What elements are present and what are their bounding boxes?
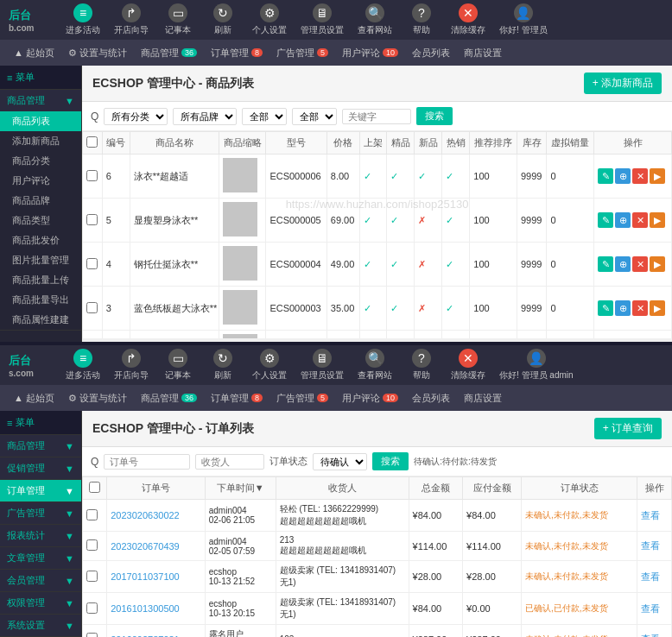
nav-settings-2[interactable]: ⚙ 设置与统计 [63, 389, 132, 407]
copy-button[interactable]: ⊕ [615, 168, 631, 184]
extra-button[interactable]: ▶ [650, 212, 665, 228]
toolbar-btn-personal[interactable]: ⚙ 个人设置 [252, 3, 287, 36]
order-row-checkbox[interactable] [86, 539, 98, 551]
toolbar-btn-help-2[interactable]: ? 帮助 [406, 349, 437, 382]
nav-members-2[interactable]: 会员列表 [407, 389, 455, 407]
row-checkbox[interactable] [86, 214, 98, 225]
toolbar-btn-personal-2[interactable]: ⚙ 个人设置 [252, 349, 287, 382]
receiver-input[interactable] [195, 454, 264, 470]
search-button-1[interactable]: 搜索 [416, 107, 453, 125]
nav-comments-1[interactable]: 用户评论 10 [337, 44, 403, 62]
toolbar-btn-refresh-2[interactable]: ↻ 刷新 [207, 349, 238, 382]
order-select-all[interactable] [89, 482, 100, 493]
delete-button[interactable]: ✕ [632, 256, 648, 272]
order-no-input[interactable] [104, 454, 190, 470]
sidebar-title-members-2[interactable]: 会员管理 ▼ [0, 570, 81, 591]
toolbar-btn-notebook-2[interactable]: ▭ 记事本 [162, 349, 193, 382]
edit-button[interactable]: ✎ [598, 212, 613, 228]
toolbar-btn-clear-cache[interactable]: ✕ 清除缓存 [451, 3, 485, 36]
sidebar-item-review[interactable]: 用户评论 [0, 171, 81, 191]
extra-button[interactable]: ▶ [650, 256, 665, 272]
nav-home-2[interactable]: ▲ 起始页 [9, 389, 60, 407]
order-search-button[interactable]: 搜索 [372, 452, 409, 470]
status-select-1[interactable]: 全部 [242, 108, 287, 125]
sidebar-title-permissions-2[interactable]: 权限管理 ▼ [0, 592, 81, 614]
view-order-button[interactable]: 查看 [641, 540, 660, 551]
sidebar-item-batch-upload[interactable]: 商品批量上传 [0, 270, 81, 290]
copy-button[interactable]: ⊕ [615, 256, 631, 272]
view-order-button[interactable]: 查看 [641, 571, 660, 582]
order-status-select[interactable]: 待确认 待付款 待发货 [313, 453, 367, 470]
edit-button[interactable]: ✎ [598, 300, 613, 316]
sidebar-title-syssettings-2[interactable]: 系统设置 ▼ [0, 615, 81, 636]
order-query-button[interactable]: + 订单查询 [594, 418, 662, 439]
toolbar-btn-kaidianzixiang[interactable]: ↱ 开店向导 [114, 3, 149, 36]
toolbar-btn-help[interactable]: ? 帮助 [406, 3, 437, 36]
nav-members-1[interactable]: 会员列表 [407, 44, 455, 62]
order-row-checkbox[interactable] [86, 633, 98, 637]
sidebar-title-promo-2[interactable]: 促销管理 ▼ [0, 457, 81, 479]
row-checkbox[interactable] [86, 258, 98, 269]
nav-settings-1[interactable]: ⚙ 设置与统计 [63, 44, 132, 62]
edit-button[interactable]: ✎ [598, 168, 613, 184]
order-row-checkbox[interactable] [86, 602, 98, 614]
sidebar-item-wholesale[interactable]: 商品批发价 [0, 230, 81, 250]
delete-button[interactable]: ✕ [632, 212, 648, 228]
toolbar-btn-jinduo-2[interactable]: ≡ 进多活动 [66, 349, 100, 382]
toolbar-btn-store-2[interactable]: ↱ 开店向导 [114, 349, 149, 382]
toolbar-btn-admin-settings[interactable]: 🖥 管理员设置 [301, 3, 344, 36]
select-all-checkbox[interactable] [86, 136, 98, 148]
row-checkbox[interactable] [86, 170, 98, 181]
nav-comments-2[interactable]: 用户评论 10 [337, 389, 403, 407]
sidebar-item-product-list[interactable]: 商品列表 [0, 111, 81, 131]
nav-products-1[interactable]: 商品管理 36 [136, 44, 202, 62]
nav-orders-1[interactable]: 订单管理 8 [206, 44, 268, 62]
sidebar-item-brand[interactable]: 商品品牌 [0, 191, 81, 211]
view-order-button[interactable]: 查看 [641, 510, 660, 520]
sidebar-title-ads-2[interactable]: 广告管理 ▼ [0, 502, 81, 524]
order-row-checkbox[interactable] [86, 571, 98, 582]
sidebar-item-batch-export[interactable]: 商品批量导出 [0, 290, 81, 310]
edit-button[interactable]: ✎ [598, 256, 613, 272]
copy-button[interactable]: ⊕ [615, 300, 631, 316]
sidebar-item-attr[interactable]: 商品属性建建 [0, 310, 81, 330]
add-product-button[interactable]: + 添加新商品 [584, 73, 662, 94]
sidebar-item-type[interactable]: 商品类型 [0, 211, 81, 230]
nav-home-1[interactable]: ▲ 起始页 [9, 44, 60, 62]
status-select-2[interactable]: 全部 [292, 108, 337, 125]
toolbar-btn-refresh[interactable]: ↻ 刷新 [207, 3, 238, 36]
sidebar-section-title-products[interactable]: 商品管理 ▼ [0, 90, 81, 111]
nav-orders-2[interactable]: 订单管理 8 [206, 389, 268, 407]
nav-products-2[interactable]: 商品管理 36 [136, 389, 202, 407]
delete-button[interactable]: ✕ [632, 168, 648, 184]
sidebar-title-articles-2[interactable]: 文章管理 ▼ [0, 547, 81, 569]
brand-select[interactable]: 所有品牌 [173, 108, 237, 125]
category-select[interactable]: 所有分类 [104, 108, 168, 125]
sidebar-title-orders-2[interactable]: 订单管理 ▼ [0, 480, 81, 501]
sidebar-item-image-mgmt[interactable]: 图片批量管理 [0, 250, 81, 270]
order-row-checkbox[interactable] [86, 509, 98, 520]
nav-ads-2[interactable]: 广告管理 5 [271, 389, 333, 407]
view-order-button[interactable]: 查看 [641, 634, 660, 637]
sidebar-title-reports-2[interactable]: 报表统计 ▼ [0, 525, 81, 546]
toolbar-btn-admin-2[interactable]: 🖥 管理员设置 [301, 349, 344, 382]
keyword-input[interactable] [342, 109, 411, 124]
copy-button[interactable]: ⊕ [615, 212, 631, 228]
sidebar-item-add-product[interactable]: 添加新商品 [0, 131, 81, 151]
toolbar-btn-view-2[interactable]: 🔍 查看网站 [358, 349, 392, 382]
row-checkbox[interactable] [86, 302, 98, 313]
toolbar-btn-clear-2[interactable]: ✕ 清除缓存 [451, 349, 485, 382]
nav-ads-1[interactable]: 广告管理 5 [271, 44, 333, 62]
delete-button[interactable]: ✕ [632, 300, 648, 316]
sidebar-item-category[interactable]: 商品分类 [0, 151, 81, 171]
extra-button[interactable]: ▶ [650, 300, 665, 316]
sidebar-title-products-2[interactable]: 商品管理 ▼ [0, 435, 81, 457]
toolbar-btn-user[interactable]: 👤 你好! 管理员 [499, 3, 548, 36]
toolbar-btn-user-2[interactable]: 👤 你好! 管理员 admin [499, 349, 574, 382]
nav-shop-settings-1[interactable]: 商店设置 [459, 44, 507, 62]
view-order-button[interactable]: 查看 [641, 603, 660, 614]
toolbar-btn-jinduo[interactable]: ≡ 进多活动 [66, 3, 100, 36]
toolbar-btn-view-site[interactable]: 🔍 查看网站 [358, 3, 392, 36]
extra-button[interactable]: ▶ [650, 168, 665, 184]
toolbar-btn-jishiben[interactable]: ▭ 记事本 [162, 3, 193, 36]
